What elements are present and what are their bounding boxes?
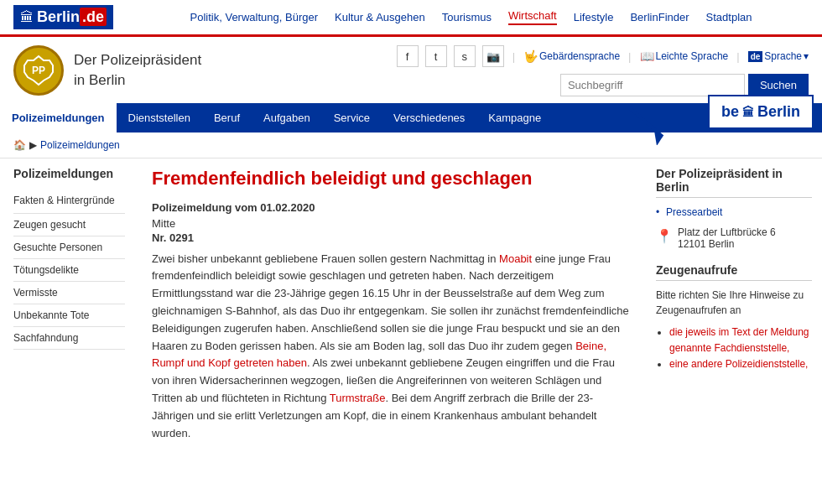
berlin-corner-logo: be 🏛 Berlin [708, 95, 814, 129]
building-icon: 🏛 [20, 10, 34, 25]
zeugenaufrufe-box: Zeugenaufrufe Bitte richten Sie Ihre Hin… [656, 263, 812, 373]
lang-separator-1: | [512, 50, 515, 63]
header-title: Der Polizeipräsident in Berlin [74, 50, 201, 91]
polizeidienststelle-link[interactable]: eine andere Polizeidienststelle, [669, 358, 808, 370]
chevron-down-icon: ▾ [804, 50, 809, 62]
police-box-title: Der Polizeipräsident in Berlin [656, 167, 812, 198]
zeugenaufrufe-title: Zeugenaufrufe [656, 263, 812, 281]
sidebar-item-unbekannte[interactable]: Unbekannte Tote [13, 304, 125, 327]
leichte-sprache-icon: 📖 [640, 49, 654, 63]
sidebar-item-zeugen[interactable]: Zeugen gesucht [13, 214, 125, 236]
breadcrumb-link[interactable]: Polizeimeldungen [40, 139, 120, 151]
main-navigation: Polizeimeldungen Dienststellen Beruf Auf… [0, 103, 822, 132]
zeugenaufrufe-list: die jeweils im Text der Meldung genannte… [669, 325, 812, 373]
moabit-link[interactable]: Moabit [499, 252, 532, 265]
search-input[interactable] [560, 74, 745, 96]
search-bar: Suchen [560, 74, 809, 96]
lang-separator-3: | [736, 50, 739, 63]
instagram-icon[interactable]: 📷 [482, 45, 504, 67]
right-sidebar: Der Polizeipräsident in Berlin Pressearb… [646, 167, 822, 442]
header-title-line1: Der Polizeipräsident [74, 50, 201, 70]
header-right: f t s 📷 | 🤟 Gebärdensprache | 📖 Leichte … [397, 45, 809, 96]
article-meta: Polizeimeldung vom 01.02.2020 [152, 201, 632, 214]
leichte-sprache-link[interactable]: 📖 Leichte Sprache [640, 49, 729, 63]
zeuge-list-item-2: eine andere Polizeidienststelle, [669, 356, 812, 372]
zeugenaufrufe-intro: Bitte richten Sie Ihre Hinweise zu Zeuge… [656, 288, 812, 318]
sidebar-item-gesuchte[interactable]: Gesuchte Personen [13, 236, 125, 259]
nav-stadtplan[interactable]: Stadtplan [706, 11, 752, 23]
search-button[interactable]: Suchen [748, 74, 809, 96]
address-block: 📍 Platz der Luftbrücke 6 12101 Berlin [656, 226, 812, 250]
header-left: PP Der Polizeipräsident in Berlin [13, 45, 201, 96]
top-nav-links: Politik, Verwaltung, Bürger Kultur & Aus… [133, 9, 809, 25]
address-text: Platz der Luftbrücke 6 12101 Berlin [678, 226, 776, 250]
nav-lifestyle[interactable]: Lifestyle [574, 11, 614, 23]
home-icon[interactable]: 🏠 [13, 139, 26, 151]
gebaerdensprache-icon: 🤟 [523, 49, 538, 63]
nav-wirtschaft[interactable]: Wirtschaft [508, 9, 557, 25]
article-body: Zwei bisher unbekannt gebliebene Frauen … [152, 251, 632, 443]
arrow-decoration [570, 99, 671, 145]
nav-tourismus[interactable]: Tourismus [442, 11, 492, 23]
pressearbeit-link[interactable]: Pressearbeit [656, 205, 812, 220]
breadcrumb: 🏠 ▶ Polizeimeldungen [0, 132, 822, 158]
svg-text:PP: PP [32, 65, 45, 76]
beine-link[interactable]: Beine, Rumpf und Kopf getreten haben [152, 340, 606, 370]
logo-text: Berlin.de [37, 8, 107, 26]
be-text: be [721, 103, 739, 121]
header-title-line2: in Berlin [74, 70, 201, 91]
turmstrasse-link[interactable]: Turmstraße [330, 392, 386, 404]
sprache-selector[interactable]: de Sprache ▾ [748, 50, 809, 62]
nav-dienststellen[interactable]: Dienststellen [117, 103, 202, 132]
breadcrumb-separator: ▶ [29, 139, 37, 151]
social-bar: f t s 📷 | 🤟 Gebärdensprache | 📖 Leichte … [397, 45, 809, 67]
nav-polizeimeldungen[interactable]: Polizeimeldungen [0, 103, 117, 132]
sidebar-item-vermisste[interactable]: Vermisste [13, 282, 125, 304]
map-pin-icon: 📍 [656, 228, 673, 244]
nav-service[interactable]: Service [322, 103, 382, 132]
nav-kampagne[interactable]: Kampagne [476, 103, 553, 132]
lang-separator-2: | [628, 50, 631, 63]
logo-de: .de [80, 8, 107, 26]
nav-kultur[interactable]: Kultur & Ausgehen [335, 11, 425, 23]
top-navigation: 🏛 Berlin.de Politik, Verwaltung, Bürger … [0, 0, 822, 37]
berlin-text: Berlin [757, 103, 800, 121]
nav-politik[interactable]: Politik, Verwaltung, Bürger [190, 11, 318, 23]
nav-verschiedenes[interactable]: Verschiedenes [382, 103, 476, 132]
pillars-icon: 🏛 [742, 106, 754, 119]
police-info-box: Der Polizeipräsident in Berlin Pressearb… [656, 167, 812, 250]
sprache-flag: de [748, 51, 763, 62]
article-nr: Nr. 0291 [152, 231, 632, 244]
content-area: Polizeimeldungen Fakten & Hintergründe Z… [0, 158, 822, 450]
berlin-logo[interactable]: 🏛 Berlin.de [13, 5, 113, 29]
sidebar-item-toetung[interactable]: Tötungsdelikte [13, 259, 125, 282]
nav-berlinfinder[interactable]: BerlinFinder [630, 11, 689, 23]
sidebar-title: Polizeimeldungen [13, 167, 125, 180]
article-title: Fremdenfeindlich beleidigt und geschlage… [152, 167, 632, 191]
logo-berlin: Berlin [37, 8, 80, 25]
sidebar-item-sachfahndung[interactable]: Sachfahndung [13, 327, 125, 350]
address-line2: 12101 Berlin [678, 238, 776, 250]
gebaerdensprache-link[interactable]: 🤟 Gebärdensprache [523, 49, 620, 63]
main-content: Fremdenfeindlich beleidigt und geschlage… [138, 167, 646, 442]
nav-beruf[interactable]: Beruf [202, 103, 252, 132]
address-line1: Platz der Luftbrücke 6 [678, 226, 776, 238]
zeuge-list-item-1: die jeweils im Text der Meldung genannte… [669, 325, 812, 356]
twitter-icon[interactable]: t [425, 45, 447, 67]
page-header: PP Der Polizeipräsident in Berlin f t s … [0, 37, 822, 103]
snapchat-icon[interactable]: s [454, 45, 476, 67]
police-badge-icon: PP [13, 45, 64, 96]
facebook-icon[interactable]: f [397, 45, 419, 67]
fachdienststelle-link[interactable]: die jeweils im Text der Meldung genannte… [669, 326, 809, 354]
sidebar-item-fakten[interactable]: Fakten & Hintergründe [13, 189, 125, 214]
nav-aufgaben[interactable]: Aufgaben [252, 103, 322, 132]
sidebar: Polizeimeldungen Fakten & Hintergründe Z… [0, 167, 138, 442]
article-district: Mitte [152, 217, 632, 230]
